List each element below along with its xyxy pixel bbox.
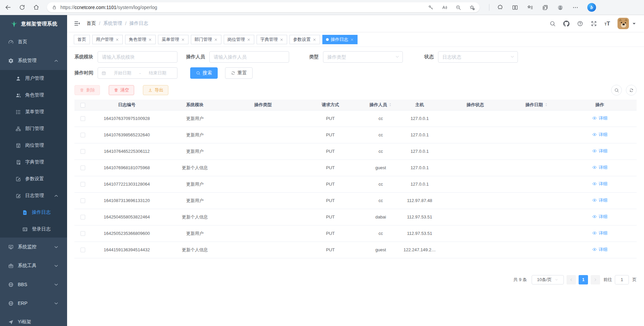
sidebar-item-user-mgmt[interactable]: 用户管理 [0,70,67,87]
read-aloud-icon[interactable] [442,5,447,10]
search-icon[interactable] [549,20,556,27]
row-checkbox[interactable] [80,215,85,219]
detail-link[interactable]: 详细 [592,214,607,220]
table-refresh-button[interactable] [626,85,637,95]
sidebar-item-oper-log[interactable]: 操作日志 [0,204,67,221]
sidebar-item-bbs[interactable]: BBS [0,275,67,294]
row-checkbox[interactable] [80,149,85,154]
address-bar[interactable]: https://ccnetcore.com:1101/system/log/op… [47,2,480,12]
sidebar-item-yi-framework[interactable]: Yi框架 [0,313,67,326]
export-button[interactable]: 导出 [143,85,168,95]
close-icon[interactable] [214,38,218,42]
detail-link[interactable]: 详细 [592,132,607,138]
font-size-icon[interactable]: TT [604,21,610,26]
breadcrumb-home[interactable]: 首页 [87,20,96,26]
detail-link[interactable]: 详细 [592,115,607,121]
tab-dict-mgmt[interactable]: 字典管理 [257,35,287,44]
help-icon[interactable] [577,20,583,27]
sidebar-item-label: ERP [18,301,28,306]
sidebar-item-role-mgmt[interactable]: 角色管理 [0,87,67,104]
reset-button[interactable]: 重置 [225,67,253,79]
column-header[interactable]: 操作人员 [362,100,399,110]
browser-back-icon[interactable] [5,4,11,11]
row-checkbox[interactable] [80,198,85,203]
tab-oper-log[interactable]: 操作日志 [322,35,358,44]
tab-menu-mgmt[interactable]: 菜单管理 [158,35,189,44]
tab-role-mgmt[interactable]: 角色管理 [125,35,156,44]
close-icon[interactable] [350,38,354,42]
tab-post-mgmt[interactable]: 岗位管理 [224,35,254,44]
sidebar-item-system-tools[interactable]: 系统工具 [0,256,67,275]
sidebar-item-log-mgmt[interactable]: 日志管理 [0,187,67,204]
row-checkbox[interactable] [80,166,85,170]
sidebar-item-dept-mgmt[interactable]: 部门管理 [0,120,67,137]
detail-link[interactable]: 详细 [592,148,607,154]
favorite-add-icon[interactable] [469,5,475,10]
browser-home-icon[interactable] [33,4,40,11]
sidebar-item-post-mgmt[interactable]: 岗位管理 [0,137,67,154]
tab-dept-mgmt[interactable]: 部门管理 [191,35,221,44]
github-icon[interactable] [563,20,570,27]
close-icon[interactable] [148,38,152,42]
split-screen-icon[interactable] [512,4,518,11]
close-icon[interactable] [115,38,119,42]
operator-input[interactable] [209,51,289,63]
extensions-icon[interactable] [497,4,503,11]
row-checkbox[interactable] [80,231,85,236]
detail-link[interactable]: 详细 [592,181,607,187]
close-icon[interactable] [181,38,185,42]
more-options-icon[interactable] [572,4,579,11]
close-icon[interactable] [247,38,251,42]
tab-user-mgmt[interactable]: 用户管理 [92,35,123,44]
row-checkbox[interactable] [80,182,85,187]
select-all-checkbox[interactable] [80,103,85,108]
zoom-out-icon[interactable] [455,5,461,10]
page-1-button[interactable]: 1 [579,275,588,284]
sidebar-item-home[interactable]: 首页 [0,32,67,51]
sidebar-item-param-settings[interactable]: 参数设置 [0,171,67,187]
avatar[interactable] [618,18,629,29]
row-checkbox[interactable] [80,248,85,252]
collections-icon[interactable] [542,4,548,11]
type-select[interactable] [323,51,403,63]
detail-link[interactable]: 详细 [592,247,607,253]
sort-caret-icon[interactable] [388,102,392,107]
detail-link[interactable]: 详细 [592,197,607,203]
goto-page-input[interactable] [615,275,629,284]
sidebar-item-dict-mgmt[interactable]: 字典管理 [0,154,67,171]
tab-param-settings[interactable]: 参数设置 [289,35,320,44]
sidebar-item-system-mgmt[interactable]: 系统管理 [0,51,67,70]
table-search-button[interactable] [611,85,622,95]
row-checkbox[interactable] [80,133,85,137]
row-checkbox[interactable] [80,116,85,121]
user-menu[interactable] [618,18,637,29]
fullscreen-icon[interactable] [591,20,597,27]
browser-refresh-icon[interactable] [19,4,25,11]
date-range-input[interactable]: 开始日期 - 结束日期 [98,67,177,79]
sidebar-item-menu-mgmt[interactable]: 菜单管理 [0,104,67,120]
module-input[interactable] [98,51,177,63]
detail-link[interactable]: 详细 [592,165,607,171]
sidebar-item-login-log[interactable]: 登录日志 [0,221,67,238]
tab-home[interactable]: 首页 [74,35,90,44]
password-key-icon[interactable] [428,5,434,10]
close-icon[interactable] [280,38,283,42]
browser-profile-icon[interactable] [557,4,564,11]
next-page-button[interactable] [591,275,600,284]
sidebar-fold-icon[interactable] [74,20,80,27]
bing-chat-icon[interactable]: b [587,3,596,12]
search-button[interactable]: 搜索 [190,67,218,79]
detail-link[interactable]: 详细 [592,230,607,236]
sidebar-item-erp[interactable]: ERP [0,294,67,313]
favorites-bar-icon[interactable] [527,4,533,11]
clear-button[interactable]: 清空 [109,85,134,95]
sort-caret-icon[interactable] [544,102,548,107]
close-icon[interactable] [313,38,316,42]
status-select[interactable] [438,51,518,63]
page-size-select[interactable]: 10条/页 [532,275,564,284]
delete-button[interactable]: 删除 [74,85,100,95]
column-header[interactable]: 操作日期 [511,100,563,110]
sidebar-item-system-monitor[interactable]: 系统监控 [0,238,67,256]
url-text[interactable]: https://ccnetcore.com:1101/system/log/op… [60,5,428,10]
prev-page-button[interactable] [567,275,576,284]
